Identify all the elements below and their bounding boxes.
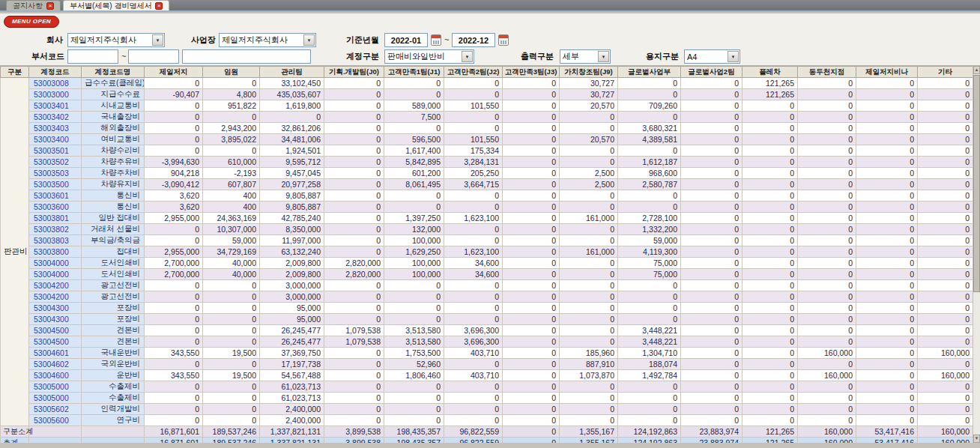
tab-notice[interactable]: 공지사항 ×	[6, 0, 61, 10]
amount-cell[interactable]: 0	[798, 269, 856, 280]
account-code-cell[interactable]: 53005000	[29, 381, 82, 393]
amount-cell[interactable]: 3,284,131	[444, 157, 503, 168]
amount-cell[interactable]: 0	[918, 325, 973, 336]
amount-cell[interactable]: 23,883,974	[681, 438, 742, 444]
amount-cell[interactable]: 0	[918, 213, 973, 224]
amount-cell[interactable]: 0	[856, 100, 918, 112]
amount-cell[interactable]: 0	[798, 404, 856, 415]
amount-cell[interactable]: 0	[618, 78, 681, 89]
amount-cell[interactable]: 0	[681, 359, 742, 370]
amount-cell[interactable]: 0	[145, 404, 203, 415]
amount-cell[interactable]: 0	[798, 258, 856, 269]
amount-cell[interactable]: 2,700,000	[145, 269, 203, 280]
account-code-cell[interactable]: 53003501	[29, 145, 82, 157]
amount-cell[interactable]: 0	[444, 280, 503, 291]
amount-cell[interactable]: 0	[856, 269, 918, 280]
amount-cell[interactable]: 0	[503, 246, 560, 258]
amount-cell[interactable]: 0	[145, 235, 203, 246]
amount-cell[interactable]: 3,620	[145, 202, 203, 213]
amount-cell[interactable]: 0	[681, 134, 742, 145]
amount-cell[interactable]: 0	[503, 179, 560, 190]
amount-cell[interactable]: 607,807	[203, 179, 260, 190]
amount-cell[interactable]: 96,822,559	[444, 438, 503, 444]
amount-cell[interactable]: 9,457,045	[260, 168, 324, 179]
amount-cell[interactable]: 20,977,258	[260, 179, 324, 190]
amount-cell[interactable]: 0	[503, 157, 560, 168]
amount-cell[interactable]: 37,369,750	[260, 348, 324, 359]
amount-cell[interactable]: 3,899,538	[324, 426, 384, 438]
amount-cell[interactable]: 3,895,022	[203, 134, 260, 145]
amount-cell[interactable]: 0	[618, 112, 681, 123]
account-code-cell[interactable]: 53003803	[29, 235, 82, 246]
amount-cell[interactable]: 0	[798, 100, 856, 112]
amount-cell[interactable]: 175,334	[444, 145, 503, 157]
amount-cell[interactable]: 0	[145, 112, 203, 123]
amount-cell[interactable]: 0	[918, 123, 973, 134]
amount-cell[interactable]: 0	[681, 269, 742, 280]
amount-cell[interactable]: 0	[681, 89, 742, 100]
amount-cell[interactable]: 0	[681, 314, 742, 325]
amount-cell[interactable]: 951,822	[203, 100, 260, 112]
amount-cell[interactable]: 0	[856, 134, 918, 145]
amount-cell[interactable]: 42,785,240	[260, 213, 324, 224]
amount-cell[interactable]: 0	[384, 202, 444, 213]
amount-cell[interactable]: 0	[503, 314, 560, 325]
amount-cell[interactable]: 0	[856, 280, 918, 291]
amount-cell[interactable]: 0	[918, 145, 973, 157]
table-row[interactable]: 53005000수출제비0061,023,71300000000000	[1, 381, 973, 393]
amount-cell[interactable]: 1,623,100	[444, 213, 503, 224]
account-code-cell[interactable]: 53005602	[29, 404, 82, 415]
amount-cell[interactable]: 2,820,000	[324, 258, 384, 269]
amount-cell[interactable]: 0	[503, 145, 560, 157]
amount-cell[interactable]: 2,009,800	[260, 258, 324, 269]
amount-cell[interactable]: 0	[742, 381, 798, 393]
amount-cell[interactable]: 0	[856, 404, 918, 415]
account-name-cell[interactable]: 포장비	[82, 314, 145, 325]
amount-cell[interactable]: 0	[918, 280, 973, 291]
amount-cell[interactable]: 3,680,321	[618, 123, 681, 134]
amount-cell[interactable]: 0	[742, 258, 798, 269]
amount-cell[interactable]: 0	[503, 213, 560, 224]
table-row[interactable]: 53003400여비교통비03,895,02234,481,0060596,50…	[1, 134, 973, 145]
amount-cell[interactable]: 0	[742, 280, 798, 291]
amount-cell[interactable]: 2,400,000	[260, 404, 324, 415]
account-name-cell[interactable]: 수출제비	[82, 381, 145, 393]
amount-cell[interactable]: 0	[856, 370, 918, 381]
amount-cell[interactable]: 1,355,167	[560, 426, 618, 438]
amount-cell[interactable]: 1,337,821,131	[260, 438, 324, 444]
amount-cell[interactable]: 0	[145, 325, 203, 336]
amount-cell[interactable]: 0	[324, 89, 384, 100]
amount-cell[interactable]: 189,537,246	[203, 438, 260, 444]
amount-cell[interactable]: 0	[444, 202, 503, 213]
amount-cell[interactable]: 3,899,538	[324, 438, 384, 444]
amount-cell[interactable]: 0	[324, 235, 384, 246]
amount-cell[interactable]: 0	[503, 258, 560, 269]
amount-cell[interactable]: 0	[681, 415, 742, 426]
amount-cell[interactable]: 0	[742, 314, 798, 325]
amount-cell[interactable]: 0	[444, 235, 503, 246]
amount-cell[interactable]: 0	[856, 359, 918, 370]
account-code-cell[interactable]: 53003601	[29, 190, 82, 202]
amount-cell[interactable]: 75,000	[618, 258, 681, 269]
amount-cell[interactable]: 1,397,250	[384, 213, 444, 224]
amount-cell[interactable]: 5,842,895	[384, 157, 444, 168]
account-code-cell[interactable]: 53004600	[29, 370, 82, 381]
table-row[interactable]: 53003402국내출장비00007,500000000000	[1, 112, 973, 123]
amount-cell[interactable]: 0	[681, 179, 742, 190]
amount-cell[interactable]: 0	[260, 112, 324, 123]
amount-cell[interactable]: 0	[742, 291, 798, 303]
amount-cell[interactable]: 0	[618, 303, 681, 314]
amount-cell[interactable]: 0	[856, 415, 918, 426]
amount-cell[interactable]: 0	[444, 291, 503, 303]
account-code-cell[interactable]: 53003402	[29, 112, 82, 123]
amount-cell[interactable]: 2,700,000	[145, 258, 203, 269]
amount-cell[interactable]: 3,513,580	[384, 325, 444, 336]
account-name-cell[interactable]: 국내출장비	[82, 112, 145, 123]
amount-cell[interactable]: 0	[856, 157, 918, 168]
amount-cell[interactable]: 2,955,000	[145, 246, 203, 258]
amount-cell[interactable]: 589,000	[384, 100, 444, 112]
amount-cell[interactable]: 0	[324, 359, 384, 370]
amount-cell[interactable]: 0	[560, 202, 618, 213]
amount-cell[interactable]: 0	[856, 235, 918, 246]
amount-cell[interactable]: 2,500	[560, 179, 618, 190]
